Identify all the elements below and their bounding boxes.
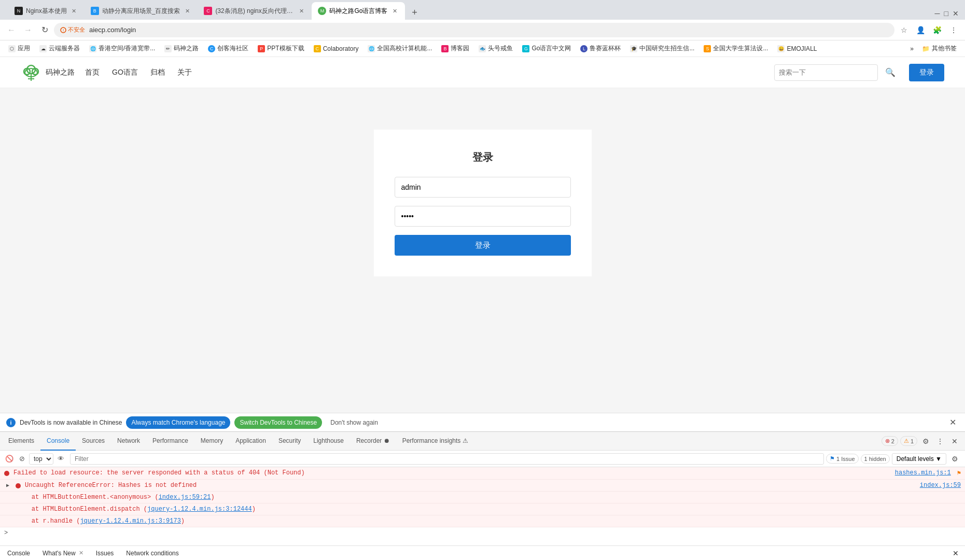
match-language-button[interactable]: Always match Chrome's language [126,416,230,429]
bottom-whats-new-item[interactable]: What's New ✕ [39,549,87,558]
devtools-more-button[interactable]: ⋮ [934,435,946,447]
bookmark-blue[interactable]: L 鲁赛蓝杯杯 [576,43,625,54]
bottom-console-item[interactable]: Console [4,549,33,558]
bookmark-golang[interactable]: G Go语言中文网 [518,43,575,54]
restore-button[interactable]: □ [944,9,948,18]
notification-close-button[interactable]: ✕ [946,416,959,429]
bookmark-cloud[interactable]: ☁ 云端服务器 [35,43,84,54]
bookmark-colleges[interactable]: 🌐 全国高校计算机能... [363,43,436,54]
bookmark-label: PPT模板下载 [267,44,304,53]
devtools-notification-bar: i DevTools is now available in Chinese A… [0,413,965,431]
bookmark-mashen[interactable]: ✏ 码神之路 [160,43,203,54]
error-icon: ⊗ [885,438,890,444]
bookmark-hongkong[interactable]: 🌐 香港空间/香港宽带... [85,43,159,54]
devtools-tab-performance[interactable]: Performance [146,432,194,451]
password-input[interactable] [395,206,571,227]
hidden-badge[interactable]: 1 hidden [861,454,890,464]
bookmark-algorithm[interactable]: S 全国大学生算法设... [700,43,772,54]
tab-close-nginx-reverse[interactable]: ✕ [297,7,305,15]
tab-mashen[interactable]: M 码神之路Go语言博客 ✕ [312,2,405,20]
error-file-1[interactable]: hashes.min.js:1 [895,469,951,477]
eye-icon[interactable]: 👁 [55,454,66,464]
bookmark-colab[interactable]: C Colaboratory [310,44,363,53]
devtools-tab-network[interactable]: Network [111,432,146,451]
console-filter-input[interactable] [70,453,824,465]
profile-button[interactable]: 👤 [913,23,928,37]
bookmark-fish[interactable]: 🐟 头号戒鱼 [474,43,517,54]
bookmark-bokeyuan[interactable]: B 博客园 [437,43,473,54]
error-file-2[interactable]: index.js:59 [920,482,961,489]
address-bar[interactable]: ! 不安全 aiecp.com/login [54,23,894,37]
bookmark-ppt[interactable]: P PPT模板下载 [254,43,308,54]
devtools-tab-memory[interactable]: Memory [194,432,229,451]
nav-home[interactable]: 首页 [85,68,100,77]
site-login-button[interactable]: 登录 [909,64,944,81]
devtools-tab-elements[interactable]: Elements [2,432,40,451]
tab-baidu[interactable]: B 动静分离应用场景_百度搜索 ✕ [85,2,198,20]
devtools-tab-console[interactable]: Console [40,432,76,451]
tab-nginx-reverse[interactable]: C (32条消息) nginx反向代理--实... ✕ [198,2,312,20]
username-input[interactable] [395,177,571,198]
issues-badge[interactable]: ⚑ 1 Issue [826,454,858,464]
stack-link-1[interactable]: index.js:59:21 [159,494,211,501]
expand-arrow[interactable]: ▶ [4,482,11,489]
dont-show-again-link[interactable]: Don't show again [330,419,378,426]
whats-new-close[interactable]: ✕ [79,550,83,556]
bookmarks-bar: ⬡ 应用 ☁ 云端服务器 🌐 香港空间/香港宽带... ✏ 码神之路 C 创客海… [0,40,965,57]
tab-bar: N Nginx基本使用 ✕ B 动静分离应用场景_百度搜索 ✕ C (32条消息… [0,0,965,20]
bookmark-apps[interactable]: ⬡ 应用 [4,43,34,54]
bokeyuan-icon: B [441,45,449,52]
nav-archive[interactable]: 归档 [150,68,165,77]
new-tab-button[interactable]: + [407,5,422,20]
more-bookmarks-button[interactable]: » [907,44,917,53]
login-submit-button[interactable]: 登录 [395,235,571,256]
tab-nginx[interactable]: N Nginx基本使用 ✕ [8,2,85,20]
stack-text-2: at HTMLButtonElement.dispatch (jquery-1.… [17,506,961,513]
tab-close-nginx[interactable]: ✕ [70,7,78,15]
devtools-tab-perf-insights[interactable]: Performance insights ⚠ [396,432,474,451]
site-search-button[interactable]: 🔍 [882,64,899,81]
devtools-tab-security[interactable]: Security [272,432,307,451]
minimize-button[interactable]: ─ [935,9,940,18]
bookmark-star-button[interactable]: ☆ [897,23,911,37]
switch-devtools-button[interactable]: Switch DevTools to Chinese [234,416,322,429]
reload-button[interactable]: ↻ [37,23,52,37]
warnings-badge[interactable]: ⚠ 1 [900,436,917,446]
site-search-input[interactable] [774,64,878,81]
tab-close-baidu[interactable]: ✕ [183,7,191,15]
console-settings-button[interactable]: ⚙ [948,453,961,465]
nav-about[interactable]: 关于 [177,68,192,77]
bookmark-research[interactable]: 🎓 中国研究生招生信... [626,43,698,54]
bookmark-label: 码神之路 [174,44,199,53]
bookmark-chuangke[interactable]: C 创客海社区 [204,43,253,54]
devtools-settings-button[interactable]: ⚙ [919,435,932,447]
context-selector[interactable]: top [29,453,53,465]
devtools-tab-lighthouse[interactable]: Lighthouse [307,432,350,451]
logo-text: 码神之路 [46,68,75,77]
bottom-issues-item[interactable]: Issues [93,549,117,558]
stack-link-2[interactable]: jquery-1.12.4.min.js:3:12444 [147,506,252,513]
close-button[interactable]: ✕ [953,9,959,18]
devtools-close-button[interactable]: ✕ [948,435,961,447]
stack-link-3[interactable]: jquery-1.12.4.min.js:3:9173 [80,517,180,525]
bookmark-folder[interactable]: 📁 其他书签 [918,43,961,54]
devtools-tab-application[interactable]: Application [229,432,272,451]
errors-badge[interactable]: ⊗ 2 [882,436,898,446]
error-indicator [4,471,9,476]
console-input[interactable] [10,529,961,537]
more-menu-button[interactable]: ⋮ [946,23,961,37]
devtools-tab-recorder[interactable]: Recorder ⏺ [350,432,396,451]
log-level-dropdown[interactable]: Default levels ▼ [892,453,946,465]
extensions-button[interactable]: 🧩 [930,23,944,37]
svg-point-2 [27,65,35,74]
tab-close-mashen[interactable]: ✕ [390,7,399,15]
clear-console-button[interactable]: 🚫 [4,454,15,464]
forward-button[interactable]: → [21,23,35,37]
back-button[interactable]: ← [4,23,19,37]
bottom-bar-close-button[interactable]: ✕ [950,548,961,558]
devtools-tab-sources[interactable]: Sources [76,432,111,451]
bottom-network-conditions-item[interactable]: Network conditions [123,549,181,558]
bookmark-emoji[interactable]: 😀 EMOJIALL [773,44,821,53]
nav-golang[interactable]: GO语言 [112,68,138,77]
bookmark-label: 香港空间/香港宽带... [99,44,155,53]
